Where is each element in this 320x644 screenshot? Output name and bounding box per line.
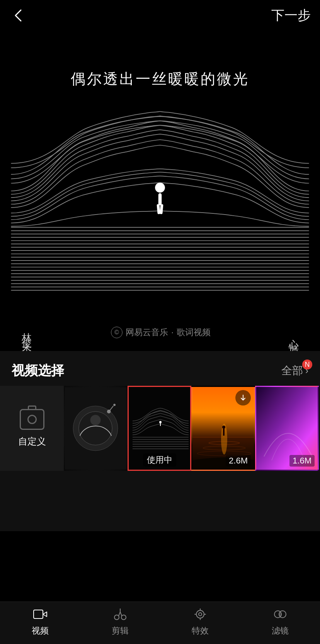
nav-video-label: 视频 [32, 625, 49, 637]
nav-filter[interactable]: 滤镜 [240, 606, 320, 637]
svg-point-38 [159, 421, 162, 423]
svg-point-30 [113, 404, 116, 406]
svg-line-54 [120, 612, 122, 616]
svg-line-53 [119, 612, 120, 616]
svg-rect-23 [160, 204, 163, 214]
artist-name: 林 俊 杰 [19, 325, 34, 338]
svg-rect-46 [223, 429, 225, 436]
human-figure [155, 183, 165, 215]
nav-effects-label: 特效 [192, 625, 209, 637]
svg-marker-50 [43, 612, 47, 617]
watermark-sep: · [171, 327, 174, 337]
custom-label: 自定义 [18, 435, 46, 448]
filter-icon [272, 606, 289, 623]
song-album: 心 墙 [287, 331, 301, 338]
watermark-icon: © [111, 327, 123, 338]
thumbnail-2[interactable] [64, 386, 128, 471]
size-label-4: 2.6M [226, 455, 251, 467]
video-canvas: 偶尔透出一丝暖暖的微光 [0, 31, 320, 351]
all-label: 全部 [281, 363, 303, 378]
album-art: 偶尔透出一丝暖暖的微光 [0, 31, 320, 351]
watermark-text: 网易云音乐 [126, 327, 168, 338]
svg-point-56 [196, 610, 204, 618]
svg-rect-21 [158, 193, 162, 205]
svg-point-47 [222, 426, 225, 429]
bottom-info: 林 俊 杰 © 网易云音乐 · 歌词视频 心 墙 [0, 325, 320, 338]
photo-icon [20, 409, 44, 430]
thumb2-graphic [65, 386, 126, 471]
bottom-nav: 视频 剪辑 特效 [0, 601, 320, 644]
nav-video[interactable]: 视频 [0, 606, 80, 637]
new-badge: N [302, 359, 312, 370]
size-label-5: 1.6M [289, 455, 315, 467]
thumbnail-3[interactable]: 使用中 [128, 386, 191, 471]
video-icon [32, 606, 49, 623]
app-header: 下一步 [0, 0, 320, 31]
section-all-button[interactable]: N 全部 › [281, 363, 308, 378]
effects-icon [192, 606, 209, 623]
nav-cut[interactable]: 剪辑 [80, 606, 160, 637]
section-header: 视频选择 N 全部 › [0, 351, 320, 386]
svg-rect-22 [157, 204, 160, 214]
svg-point-20 [155, 183, 165, 193]
svg-point-57 [199, 613, 202, 616]
thumbnail-4[interactable]: 2.6M [191, 386, 255, 471]
next-button[interactable]: 下一步 [271, 7, 311, 24]
watermark: © 网易云音乐 · 歌词视频 [111, 327, 211, 338]
bottom-panel: 视频选择 N 全部 › 自定义 [0, 351, 320, 531]
download-button-4[interactable] [235, 390, 251, 405]
thumbnails-row: 自定义 [0, 386, 320, 477]
svg-rect-39 [160, 423, 161, 426]
thumbnail-5[interactable]: 1.6M [255, 386, 319, 471]
section-title: 视频选择 [12, 362, 64, 380]
svg-point-27 [90, 415, 101, 425]
nav-cut-label: 剪辑 [112, 625, 129, 637]
back-button[interactable] [9, 7, 26, 24]
svg-rect-49 [34, 610, 43, 618]
using-label: 使用中 [143, 453, 176, 467]
video-preview: 偶尔透出一丝暖暖的微光 [0, 31, 320, 351]
song-title: 偶尔透出一丝暖暖的微光 [71, 69, 249, 89]
watermark-type: 歌词视频 [177, 327, 211, 338]
nav-effects[interactable]: 特效 [160, 606, 240, 637]
scissors-icon [112, 606, 129, 623]
thumbnail-custom[interactable]: 自定义 [0, 386, 64, 471]
nav-filter-label: 滤镜 [272, 625, 289, 637]
